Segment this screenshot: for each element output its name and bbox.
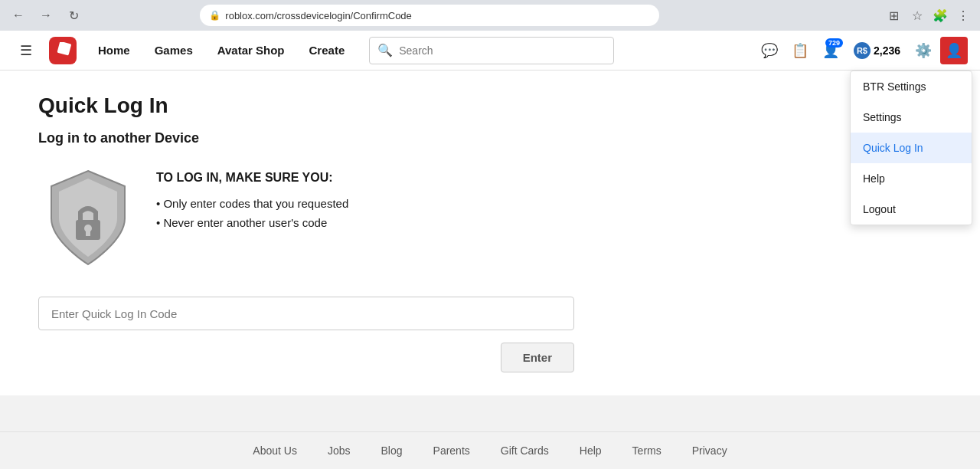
footer-privacy[interactable]: Privacy <box>692 444 727 457</box>
dropdown-help[interactable]: Help <box>851 163 972 194</box>
gear-icon: ⚙️ <box>915 42 932 59</box>
settings-button[interactable]: ⚙️ <box>910 37 937 64</box>
robux-icon: R$ <box>854 42 871 59</box>
chat-icon: 💬 <box>761 42 778 59</box>
nav-links: Home Games Avatar Shop Create <box>86 38 357 63</box>
hamburger-button[interactable]: ☰ <box>12 37 40 64</box>
back-button[interactable]: ← <box>8 5 29 26</box>
svg-rect-0 <box>57 42 71 56</box>
navbar: ☰ Home Games Avatar Shop Create 🔍 💬 📋 👤 … <box>0 31 980 71</box>
info-bullet-1: • Only enter codes that you requested <box>156 197 348 210</box>
enter-btn-row: Enter <box>38 343 574 372</box>
avatar-button[interactable]: 👤 <box>940 37 968 64</box>
info-bullet-2: • Never enter another user's code <box>156 216 348 229</box>
puzzle-button[interactable]: 🧩 <box>931 6 949 25</box>
dropdown-logout[interactable]: Logout <box>851 194 972 225</box>
lock-icon: 🔒 <box>209 10 220 21</box>
nav-avatar-shop[interactable]: Avatar Shop <box>205 38 297 63</box>
footer-blog[interactable]: Blog <box>381 444 403 457</box>
enter-button[interactable]: Enter <box>501 343 574 372</box>
browser-actions: ⊞ ☆ 🧩 ⋮ <box>885 6 972 25</box>
refresh-button[interactable]: ↻ <box>63 5 84 26</box>
footer: About Us Jobs Blog Parents Gift Cards He… <box>0 431 980 469</box>
chat-button[interactable]: 💬 <box>756 37 783 64</box>
friend-notification-badge: 729 <box>825 38 843 48</box>
messages-icon: 📋 <box>792 42 808 59</box>
browser-chrome: ← → ↻ 🔒 roblox.com/crossdevicelogin/Conf… <box>0 0 980 31</box>
main-content: Quick Log In Log in to another Device TO… <box>0 71 980 395</box>
url-text: roblox.com/crossdevicelogin/ConfirmCode <box>225 10 412 21</box>
page-title: Quick Log In <box>38 93 942 118</box>
address-bar[interactable]: 🔒 roblox.com/crossdevicelogin/ConfirmCod… <box>200 5 659 26</box>
extensions-button[interactable]: ⊞ <box>885 6 903 25</box>
info-box: TO LOG IN, MAKE SURE YOU: • Only enter c… <box>38 165 942 272</box>
avatar-icon: 👤 <box>946 42 962 59</box>
forward-button[interactable]: → <box>35 5 57 26</box>
nav-home[interactable]: Home <box>86 38 142 63</box>
footer-parents[interactable]: Parents <box>433 444 470 457</box>
friends-button[interactable]: 👤 729 <box>817 37 844 64</box>
svg-rect-3 <box>86 230 90 236</box>
star-button[interactable]: ☆ <box>908 6 926 25</box>
more-button[interactable]: ⋮ <box>954 6 972 25</box>
dropdown-menu: BTR Settings Settings Quick Log In Help … <box>850 71 972 225</box>
shield-icon-wrapper <box>38 165 138 272</box>
info-heading: TO LOG IN, MAKE SURE YOU: <box>156 171 348 185</box>
roblox-logo[interactable] <box>49 37 77 64</box>
footer-about-us[interactable]: About Us <box>253 444 297 457</box>
footer-help[interactable]: Help <box>580 444 602 457</box>
robux-count: 2,236 <box>874 44 900 57</box>
footer-gift-cards[interactable]: Gift Cards <box>501 444 549 457</box>
nav-games[interactable]: Games <box>142 38 205 63</box>
dropdown-quick-log-in[interactable]: Quick Log In <box>851 133 972 163</box>
search-input[interactable] <box>399 44 606 57</box>
search-box[interactable]: 🔍 <box>369 37 614 64</box>
nav-create[interactable]: Create <box>297 38 358 63</box>
dropdown-settings[interactable]: Settings <box>851 102 972 133</box>
footer-terms[interactable]: Terms <box>632 444 662 457</box>
dropdown-btr-settings[interactable]: BTR Settings <box>851 71 972 102</box>
footer-jobs[interactable]: Jobs <box>328 444 351 457</box>
code-input[interactable] <box>38 297 574 330</box>
page-subtitle: Log in to another Device <box>38 130 942 146</box>
search-icon: 🔍 <box>377 43 393 57</box>
robux-button[interactable]: R$ 2,236 <box>848 39 906 62</box>
shield-icon <box>42 165 134 272</box>
info-text: TO LOG IN, MAKE SURE YOU: • Only enter c… <box>156 165 348 272</box>
messages-button[interactable]: 📋 <box>786 37 814 64</box>
nav-icons: 💬 📋 👤 729 R$ 2,236 ⚙️ 👤 <box>756 37 968 64</box>
